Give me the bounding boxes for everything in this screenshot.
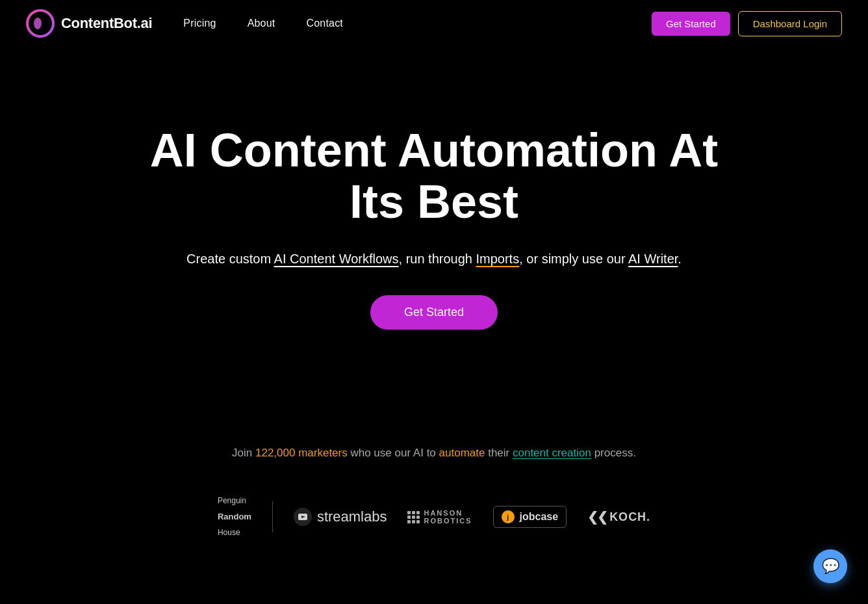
nav-link-about[interactable]: About (248, 18, 275, 29)
brands-row: Penguin Random House streamlabs HANSO (192, 496, 676, 538)
dashboard-login-button[interactable]: Dashboard Login (738, 11, 842, 36)
nav-item-pricing[interactable]: Pricing (183, 18, 216, 29)
jobcase-text: jobcase (520, 511, 559, 523)
penguin-line2: Random (218, 512, 251, 523)
nav-link-contact[interactable]: Contact (306, 18, 343, 29)
penguin-line1: Penguin (218, 496, 246, 506)
hero-subtitle-text4: . (678, 252, 682, 266)
koch-text: KOCH. (609, 510, 650, 524)
logo-icon (26, 9, 55, 38)
brand-penguin: Penguin Random House (218, 496, 251, 538)
hero-subtitle-text3: , or simply use our (519, 252, 628, 266)
hero-subtitle-text2: , run through (399, 252, 476, 266)
nav-right: Get Started Dashboard Login (652, 11, 842, 36)
social-proof-text1: Join (232, 447, 255, 459)
social-proof-text2: who use our AI to (348, 447, 439, 459)
brand-koch: ❮❮ KOCH. (587, 509, 650, 525)
hero-subtitle: Create custom AI Content Workflows, run … (186, 248, 682, 269)
hero-link-imports[interactable]: Imports (476, 252, 520, 266)
logo-link[interactable]: ContentBot.ai (26, 9, 152, 38)
nav-left: ContentBot.ai Pricing About Contact (26, 9, 343, 38)
hero-subtitle-text1: Create custom (186, 252, 274, 266)
chat-icon: 💬 (822, 558, 839, 575)
nav-item-about[interactable]: About (248, 18, 275, 29)
social-proof-section: Join 122,000 marketers who use our AI to… (0, 447, 868, 577)
nav-link-pricing[interactable]: Pricing (183, 18, 216, 29)
hero-get-started-button[interactable]: Get Started (370, 295, 498, 330)
jobcase-icon: j (502, 510, 515, 523)
koch-double-k: ❮❮ (587, 509, 607, 525)
social-proof-highlight-automate: automate (439, 447, 485, 459)
social-proof-text: Join 122,000 marketers who use our AI to… (232, 447, 636, 460)
brand-hanson: HANSON ROBOTICS (407, 509, 472, 525)
nav-item-contact[interactable]: Contact (306, 18, 343, 29)
streamlabs-icon (294, 508, 312, 526)
social-proof-highlight-content: content creation (513, 447, 591, 459)
hanson-line2: ROBOTICS (424, 517, 472, 525)
logo-text: ContentBot.ai (61, 15, 152, 32)
chat-widget[interactable]: 💬 (813, 549, 847, 583)
brand-jobcase: j jobcase (493, 506, 567, 528)
svg-point-1 (34, 18, 42, 29)
hero-section: AI Content Automation At Its Best Create… (0, 47, 868, 447)
social-proof-highlight-count: 122,000 marketers (255, 447, 348, 459)
hero-link-workflows[interactable]: AI Content Workflows (274, 252, 399, 266)
hanson-grid-icon (407, 511, 420, 523)
hero-link-ai-writer[interactable]: AI Writer (628, 252, 678, 266)
brand-streamlabs: streamlabs (294, 508, 387, 526)
hanson-line1: HANSON (424, 509, 472, 517)
navbar: ContentBot.ai Pricing About Contact Get … (0, 0, 868, 47)
penguin-line3: House (218, 528, 240, 538)
social-proof-text4: process. (591, 447, 636, 459)
hanson-text: HANSON ROBOTICS (424, 509, 472, 525)
brand-divider-1 (272, 501, 273, 532)
nav-links: Pricing About Contact (183, 18, 343, 29)
social-proof-text3: their (485, 447, 513, 459)
hero-title: AI Content Automation At Its Best (142, 125, 726, 228)
streamlabs-text: streamlabs (317, 508, 387, 525)
get-started-nav-button[interactable]: Get Started (652, 12, 730, 36)
